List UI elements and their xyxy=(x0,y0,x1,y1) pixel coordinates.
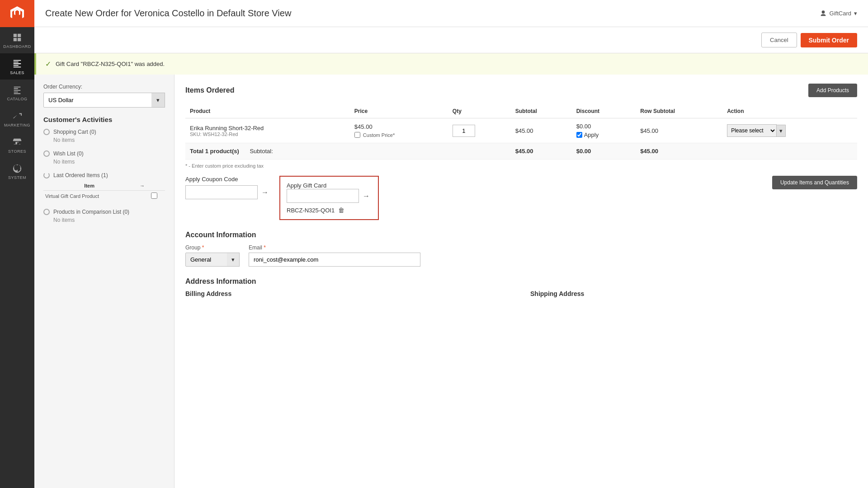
discount-apply-checkbox[interactable] xyxy=(576,132,582,138)
sidebar-item-label: CATALOG xyxy=(7,97,27,101)
custom-price-footnote: * - Enter custom price excluding tax xyxy=(185,163,857,169)
group-field: Group * General ▾ xyxy=(185,244,240,267)
update-btn-container: Update Items and Quantities xyxy=(390,176,857,189)
shopping-cart-header: Shopping Cart (0) xyxy=(43,129,165,135)
marketing-icon xyxy=(12,111,22,121)
comparison-no-items: No items xyxy=(43,217,165,223)
order-row-qty xyxy=(448,118,511,143)
catalog-icon xyxy=(12,85,22,95)
check-icon: ✓ xyxy=(45,60,51,68)
email-input[interactable] xyxy=(249,253,420,267)
wish-list-radio xyxy=(43,150,50,157)
last-ordered-label: Last Ordered Items (1) xyxy=(53,172,108,178)
cancel-button[interactable]: Cancel xyxy=(761,33,797,47)
gift-card-apply-arrow-icon[interactable]: → xyxy=(363,192,370,200)
sidebar-item-sales[interactable]: SALES xyxy=(0,53,34,80)
custom-price-checkbox[interactable] xyxy=(354,132,360,138)
product-name: Erika Running Short-32-Red xyxy=(190,125,345,131)
last-ordered-item-name: Virtual Gift Card Product xyxy=(43,191,135,202)
order-row-row-subtotal: $45.00 xyxy=(636,118,722,143)
col-item: Item xyxy=(43,181,135,191)
currency-select[interactable]: US Dollar xyxy=(43,93,165,108)
activities-title: Customer's Activities xyxy=(43,116,165,123)
last-ordered-item-checkbox-cell xyxy=(149,191,165,202)
shopping-cart-radio xyxy=(43,129,50,135)
gift-card-box: Apply Gift Card → RBCZ-N325-QOI1 🗑 xyxy=(279,176,379,220)
user-name: GiftCard xyxy=(830,10,851,17)
coupon-input[interactable] xyxy=(185,185,258,199)
page-title: Create New Order for Veronica Costello i… xyxy=(45,8,291,19)
top-header: Create New Order for Veronica Costello i… xyxy=(34,0,868,27)
submit-order-button[interactable]: Submit Order xyxy=(801,33,857,47)
group-select[interactable]: General xyxy=(185,253,240,267)
shopping-cart-no-items: No items xyxy=(43,137,165,143)
user-icon xyxy=(820,10,827,17)
col-qty: Qty xyxy=(448,104,511,118)
main-content: Create New Order for Veronica Costello i… xyxy=(34,0,868,488)
last-ordered-header: Last Ordered Items (1) xyxy=(43,172,165,178)
comparison-header: Products in Comparison List (0) xyxy=(43,209,165,215)
right-panel: Items Ordered Add Products Product Price… xyxy=(175,75,868,488)
order-table: Product Price Qty Subtotal Discount Row … xyxy=(185,104,857,160)
order-row-product: Erika Running Short-32-Red SKU: WSH12-32… xyxy=(185,118,350,143)
gift-card-input[interactable] xyxy=(287,189,359,203)
gift-card-label: Apply Gift Card xyxy=(287,182,372,189)
address-info-title: Address Information xyxy=(185,277,857,286)
last-ordered-radio xyxy=(43,172,50,178)
order-row-price: $45.00 Custom Price* xyxy=(350,118,448,143)
comparison-section: Products in Comparison List (0) No items xyxy=(43,209,165,223)
group-required-star: * xyxy=(202,244,204,251)
col-arrow: → xyxy=(135,181,149,191)
discount-amount: $0.00 xyxy=(576,123,632,130)
coupon-col: Apply Coupon Code → xyxy=(185,176,269,199)
totals-row-subtotal: $45.00 xyxy=(636,143,722,160)
discount-apply-label: Apply xyxy=(584,131,599,138)
account-info-title: Account Information xyxy=(185,231,857,239)
magento-logo-icon xyxy=(9,5,25,22)
system-icon xyxy=(12,164,22,174)
action-select-wrap: Please select ▾ xyxy=(727,124,853,137)
sidebar-item-marketing[interactable]: MARKETING xyxy=(0,106,34,132)
col-subtotal: Subtotal xyxy=(511,104,572,118)
sidebar-item-system[interactable]: SYSTEM xyxy=(0,158,34,184)
sidebar-item-label: MARKETING xyxy=(4,123,30,127)
custom-price-label: Custom Price* xyxy=(363,132,395,138)
action-select-arrow-icon: ▾ xyxy=(777,125,786,137)
sidebar-item-label: STORES xyxy=(8,149,26,154)
dashboard-icon xyxy=(12,33,22,42)
order-row-subtotal: $45.00 xyxy=(511,118,572,143)
wish-list-no-items: No items xyxy=(43,159,165,165)
last-ordered-item-checkbox[interactable] xyxy=(151,192,157,199)
email-required-star: * xyxy=(264,244,266,251)
user-menu[interactable]: GiftCard ▾ xyxy=(820,10,857,17)
gift-card-remove-icon[interactable]: 🗑 xyxy=(338,206,344,214)
sidebar-item-stores[interactable]: STORES xyxy=(0,132,34,158)
totals-discount: $0.00 xyxy=(572,143,636,160)
sidebar-item-dashboard[interactable]: DASHBOARD xyxy=(0,27,34,53)
totals-action xyxy=(722,143,857,160)
action-select[interactable]: Please select xyxy=(727,124,777,137)
comparison-label: Products in Comparison List (0) xyxy=(53,209,129,215)
col-row-subtotal: Row Subtotal xyxy=(636,104,722,118)
sidebar: DASHBOARD SALES CATALOG MARKETING STORES… xyxy=(0,0,34,488)
add-products-button[interactable]: Add Products xyxy=(808,84,857,97)
svg-rect-3 xyxy=(18,38,21,41)
account-info-section: Account Information Group * General ▾ xyxy=(185,231,857,267)
col-product: Product xyxy=(185,104,350,118)
coupon-apply-arrow-icon[interactable]: → xyxy=(261,188,269,197)
col-discount: Discount xyxy=(572,104,636,118)
shopping-cart-label: Shopping Cart (0) xyxy=(53,129,96,135)
currency-label: Order Currency: xyxy=(43,84,165,90)
apply-row: Apply Coupon Code → Apply Gift Card → RB… xyxy=(185,176,857,220)
order-row-action: Please select ▾ xyxy=(722,118,857,143)
items-ordered-title: Items Ordered xyxy=(185,86,234,94)
totals-label: Total 1 product(s) Subtotal: xyxy=(185,143,448,160)
sidebar-item-catalog[interactable]: CATALOG xyxy=(0,80,34,106)
logo[interactable] xyxy=(0,0,34,27)
custom-price-row: Custom Price* xyxy=(354,132,443,138)
product-price: $45.00 xyxy=(354,123,443,130)
svg-rect-1 xyxy=(18,34,21,37)
update-items-button[interactable]: Update Items and Quantities xyxy=(772,176,857,189)
comparison-radio xyxy=(43,209,50,215)
qty-input[interactable] xyxy=(453,125,475,137)
